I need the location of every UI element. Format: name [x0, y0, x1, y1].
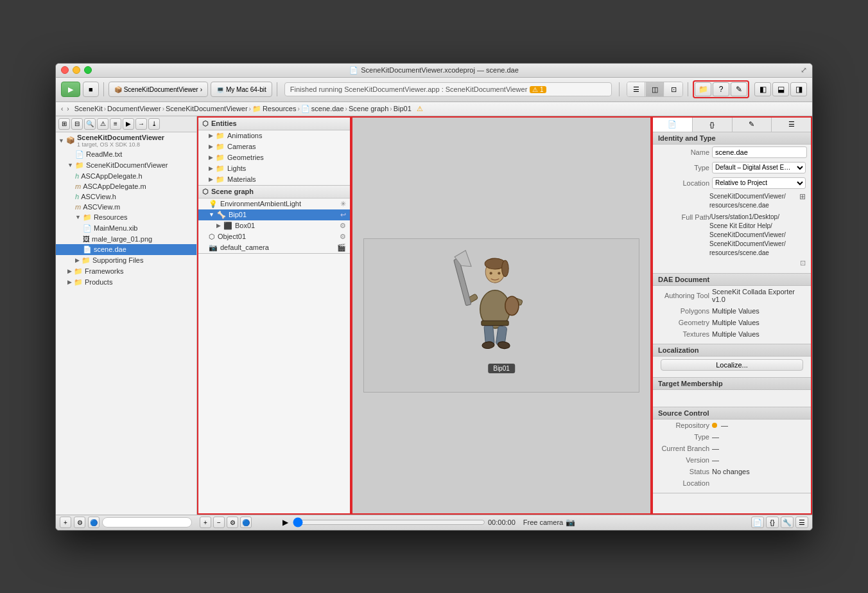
breadcrumb-label: Resources [263, 105, 297, 112]
camera-badge: 🎬 [337, 243, 346, 252]
scene-settings-btn[interactable]: ⚙ [227, 517, 238, 528]
maximize-button[interactable] [84, 66, 92, 74]
bottom-panel-btn[interactable]: ⬓ [772, 82, 789, 96]
view-btn-split[interactable]: ◫ [646, 82, 664, 96]
scene-item-ambient[interactable]: 💡 EnvironmentAmbientLight ✳ [198, 199, 350, 209]
filter-input[interactable] [102, 517, 192, 527]
tab-file-inspector[interactable]: 📄 [653, 118, 693, 132]
title-file-icon: 📄 [349, 66, 358, 75]
quick-help-btn[interactable]: ? [713, 82, 729, 96]
location-select[interactable]: Relative to Project [712, 177, 806, 189]
path-browse-icon[interactable]: ⊞ [799, 192, 806, 201]
scene-remove-btn[interactable]: − [213, 517, 225, 528]
nav-btn-4[interactable]: ⚠ [97, 118, 108, 130]
scene-item-object01[interactable]: ⬡ Object01 ⚙ [198, 231, 350, 242]
view-btn-grid[interactable]: ⊡ [664, 82, 682, 96]
breadcrumb-item-documentviewer[interactable]: DocumentViewer [107, 105, 161, 112]
left-panel-btn[interactable]: ◧ [754, 82, 771, 96]
nav-btn-5[interactable]: ≡ [110, 118, 121, 130]
breadcrumb-item-scenegraph[interactable]: Scene graph [349, 105, 388, 112]
scene-entity-cameras[interactable]: ▶ 📁 Cameras [198, 141, 350, 152]
nav-btn-2[interactable]: ⊟ [71, 118, 83, 130]
breadcrumb-item-bip01[interactable]: Bip01 [394, 105, 412, 112]
breadcrumb-item-resources[interactable]: 📁 Resources [252, 105, 297, 113]
sidebar-item-project-root[interactable]: ▼ 📦 SceneKitDocumentViewer 1 target, OS … [56, 132, 196, 149]
file-inspector-btn[interactable]: 📁 [695, 82, 711, 96]
filter-btn[interactable]: 🔵 [88, 517, 100, 528]
sidebar-item-readme[interactable]: 📄 ReadMe.txt [56, 149, 196, 160]
bottom-code-btn[interactable]: {} [766, 517, 779, 528]
scene-entity-materials[interactable]: ▶ 📁 Materials [198, 174, 350, 185]
sidebar-item-male-png[interactable]: 🖼 male_large_01.png [56, 234, 196, 244]
minimize-button[interactable] [73, 66, 80, 74]
box01-badge: ⚙ [340, 222, 346, 230]
bottom-left-controls: + ⚙ 🔵 [60, 517, 192, 528]
location-row: Location Relative to Project [653, 175, 811, 191]
right-panel-btn[interactable]: ◨ [790, 82, 807, 96]
close-button[interactable] [61, 66, 69, 74]
sidebar-item-products[interactable]: ▶ 📁 Products [56, 277, 196, 288]
tab-attributes-inspector[interactable]: ☰ [772, 118, 811, 132]
type2-value: — [712, 433, 806, 441]
folder-icon: 📁 [74, 278, 83, 287]
sidebar-item-scenekit[interactable]: ▼ 📁 SceneKitDocumentViewer [56, 160, 196, 171]
sidebar-item-resources[interactable]: ▼ 📁 Resources [56, 212, 196, 223]
nav-btn-1[interactable]: ⊞ [58, 118, 70, 130]
nav-btn-7[interactable]: → [135, 118, 147, 130]
type2-row: Type — [653, 431, 811, 443]
mac-icon: 💻 [216, 86, 224, 93]
localize-button[interactable]: Localize... [661, 359, 803, 371]
scene-add-btn[interactable]: + [200, 517, 211, 528]
scene-entity-geometries[interactable]: ▶ 📁 Geometries [198, 152, 350, 163]
tab-identity-inspector[interactable]: ✎ [733, 118, 772, 132]
scheme-selector[interactable]: 📦 SceneKitDocumentViewer › [108, 82, 208, 97]
settings-btn[interactable]: ⚙ [74, 517, 85, 528]
breadcrumb-fwd-btn[interactable]: › [65, 105, 70, 112]
branch-label: Current Branch [658, 445, 709, 452]
sidebar-item-scene-dae[interactable]: 📄 scene.dae [56, 244, 196, 255]
identity-btn[interactable]: ✎ [731, 82, 747, 96]
scene-filter-btn[interactable]: 🔵 [240, 517, 252, 528]
character-label: Bip01 [488, 364, 515, 373]
breadcrumb-label: scene.dae [311, 105, 344, 112]
scene-item-default-camera[interactable]: 📷 default_camera 🎬 [198, 242, 350, 253]
scene-item-box01[interactable]: ▶ ⬛ Box01 ⚙ [198, 220, 350, 231]
nav-btn-6[interactable]: ▶ [123, 118, 134, 130]
svg-point-11 [498, 341, 510, 349]
breadcrumb-item-scenekit[interactable]: SceneKit [74, 105, 103, 112]
sidebar-item-mainmenu[interactable]: 📄 MainMenu.xib [56, 223, 196, 234]
fullpath-icon[interactable]: ⊡ [800, 259, 806, 267]
breadcrumb-label: SceneKitDocumentViewer [166, 105, 248, 112]
breadcrumb-item-scenekit2[interactable]: SceneKitDocumentViewer [166, 105, 248, 112]
sidebar-item-frameworks[interactable]: ▶ 📁 Frameworks [56, 266, 196, 277]
timeline-slider[interactable] [293, 518, 485, 527]
bottom-settings-btn[interactable]: 🔧 [781, 517, 794, 528]
stop-button[interactable]: ■ [83, 82, 99, 97]
breadcrumb-item-scene[interactable]: 📄 scene.dae [301, 105, 344, 113]
fullscreen-button[interactable]: ⤢ [801, 66, 807, 75]
view-toggle-group: ☰ ◫ ⊡ [627, 82, 683, 97]
sidebar-item-supporting-files[interactable]: ▶ 📁 Supporting Files [56, 255, 196, 266]
name-input[interactable] [712, 146, 807, 158]
scene-entity-animations[interactable]: ▶ 📁 Animations [198, 130, 350, 141]
device-selector[interactable]: 💻 My Mac 64-bit [211, 82, 272, 97]
source-control-section: Source Control Repository — Type — Curre… [653, 407, 811, 493]
play-button[interactable]: ▶ [280, 517, 290, 527]
type-select[interactable]: Default – Digital Asset E… [712, 162, 806, 173]
bottom-list-btn[interactable]: ☰ [795, 517, 808, 528]
scene-entity-lights[interactable]: ▶ 📁 Lights [198, 163, 350, 174]
sidebar-item-ascview-h[interactable]: h ASCView.h [56, 191, 196, 202]
nav-btn-3[interactable]: 🔍 [84, 118, 96, 130]
scene-item-bip01[interactable]: ▼ 🦴 Bip01 ↩ [198, 209, 350, 220]
sidebar-item-appdelegate-h[interactable]: h ASCAppDelegate.h [56, 171, 196, 181]
breadcrumb-back-btn[interactable]: ‹ [60, 105, 64, 112]
geometry-value: Multiple Values [712, 319, 806, 326]
sidebar-item-appdelegate-m[interactable]: m ASCAppDelegate.m [56, 181, 196, 191]
sidebar-item-ascview-m[interactable]: m ASCView.m [56, 202, 196, 212]
run-button[interactable]: ▶ [61, 82, 80, 97]
nav-btn-8[interactable]: ⤓ [148, 118, 160, 130]
bottom-file-btn[interactable]: 📄 [751, 517, 764, 528]
view-btn-list[interactable]: ☰ [627, 82, 645, 96]
add-item-btn[interactable]: + [60, 517, 71, 528]
tab-quick-help[interactable]: {} [693, 118, 733, 132]
